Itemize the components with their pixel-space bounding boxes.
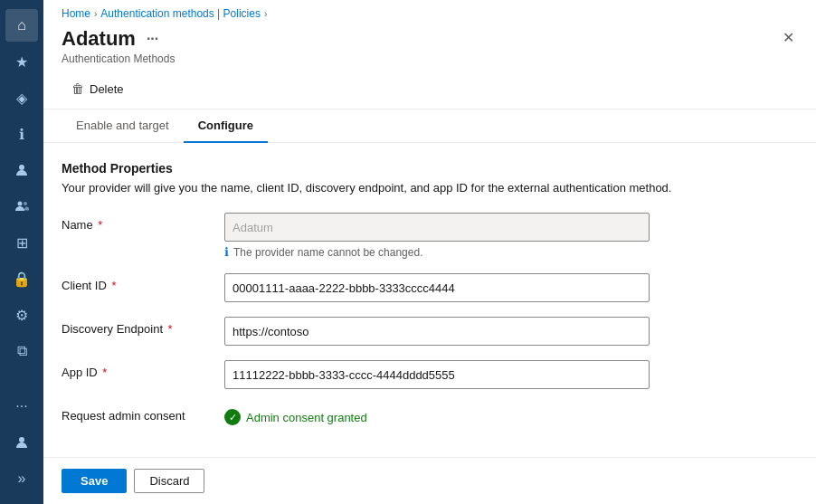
client-id-field-row: Client ID * [62,273,798,302]
tab-configure[interactable]: Configure [184,109,268,143]
home-icon[interactable]: ⌂ [5,9,38,42]
toolbar: 🗑 Delete [43,69,816,109]
trash-icon: 🗑 [71,81,84,96]
section-title: Method Properties [62,161,798,176]
name-required: * [95,218,103,232]
more-dots-icon[interactable]: ··· [5,390,38,423]
client-id-label: Client ID * [62,273,224,292]
footer: Save Discard [43,457,816,504]
consent-field-container: ✓ Admin consent granted [224,404,798,425]
users-icon[interactable] [5,190,38,223]
name-field-container: ℹ The provider name cannot be changed. [224,213,798,259]
info-icon[interactable]: ℹ [5,118,38,150]
consent-check-icon: ✓ [224,409,241,425]
main-panel: Home › Authentication methods | Policies… [43,0,816,504]
delete-label: Delete [90,82,124,96]
name-hint: ℹ The provider name cannot be changed. [224,245,798,259]
discovery-endpoint-field-row: Discovery Endpoint * [62,317,798,346]
breadcrumb-sep2: › [264,9,267,19]
svg-point-1 [18,202,23,206]
favorites-icon[interactable]: ★ [5,45,38,78]
settings-gear-icon[interactable]: ⚙ [5,299,38,331]
panel-header: Adatum ··· Authentication Methods ✕ [43,24,816,69]
expand-sidebar-icon[interactable]: » [5,462,38,495]
app-id-input[interactable] [224,360,650,389]
name-hint-text: The provider name cannot be changed. [233,246,422,259]
consent-field-row: Request admin consent ✓ Admin consent gr… [62,404,798,425]
profile-icon[interactable] [5,426,38,459]
svg-point-0 [19,165,24,170]
diamond-icon[interactable]: ◈ [5,81,38,114]
section-desc: Your provider will give you the name, cl… [62,181,798,195]
close-button[interactable]: ✕ [779,27,798,49]
panel-title: Adatum ··· [62,27,175,51]
tabs-bar: Enable and target Configure [43,109,816,143]
client-id-input[interactable] [224,273,650,302]
panel-title-area: Adatum ··· Authentication Methods [62,27,175,65]
save-button[interactable]: Save [62,469,127,493]
discovery-endpoint-required: * [165,322,173,336]
grid-icon[interactable]: ⊞ [5,226,38,259]
discovery-endpoint-label: Discovery Endpoint * [62,317,224,336]
panel-more-button[interactable]: ··· [143,29,162,49]
lock-icon[interactable]: 🔒 [5,262,38,295]
panel-title-text: Adatum [62,27,136,51]
name-field-row: Name * ℹ The provider name cannot be cha… [62,213,798,259]
sidebar: ⌂ ★ ◈ ℹ ⊞ 🔒 ⚙ ⧉ ··· » [0,0,43,504]
app-id-label: App ID * [62,360,224,379]
consent-text: Admin consent granted [246,411,367,424]
discovery-endpoint-field-container [224,317,798,346]
app-id-field-row: App ID * [62,360,798,389]
delete-button[interactable]: 🗑 Delete [62,76,134,101]
panel-subtitle: Authentication Methods [62,52,175,65]
discovery-endpoint-input[interactable] [224,317,650,346]
app-id-field-container [224,360,798,389]
client-id-field-container [224,273,798,302]
breadcrumb-home[interactable]: Home [62,7,90,20]
info-hint-icon: ℹ [224,245,229,259]
consent-value: ✓ Admin consent granted [224,404,798,425]
breadcrumb: Home › Authentication methods | Policies… [43,0,816,24]
breadcrumb-sep1: › [94,9,97,19]
breadcrumb-section[interactable]: Authentication methods | Policies [100,7,261,20]
user-icon[interactable] [5,154,38,186]
name-label: Name * [62,213,224,232]
name-input[interactable] [224,213,650,242]
svg-point-2 [24,202,27,205]
content-area: Method Properties Your provider will giv… [43,143,816,457]
discard-button[interactable]: Discard [134,469,204,493]
tab-enable-and-target[interactable]: Enable and target [62,109,184,143]
app-id-required: * [100,366,108,379]
svg-point-3 [19,437,24,442]
consent-label: Request admin consent [62,404,224,423]
apps-icon[interactable]: ⧉ [5,335,38,367]
client-id-required: * [109,279,117,292]
